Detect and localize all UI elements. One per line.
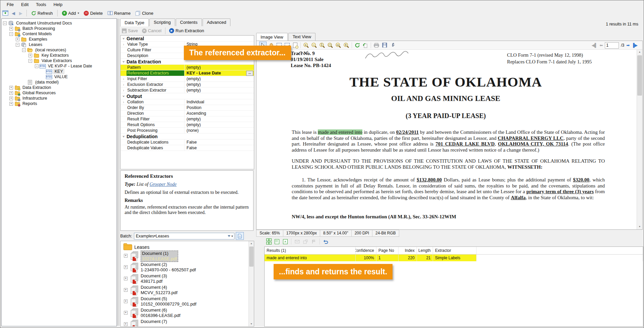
expand-icon[interactable]: + bbox=[9, 91, 13, 95]
ocr-icon[interactable]: A bbox=[282, 238, 289, 245]
zoom-actual-icon[interactable]: 1 bbox=[318, 42, 326, 49]
cancel-button[interactable]: ✕Cancel bbox=[140, 28, 163, 34]
tree-item[interactable]: −Consultant Unstructured Docs bbox=[3, 20, 117, 26]
chevron-right-icon[interactable]: › bbox=[121, 83, 127, 87]
property-value[interactable]: (empty) bbox=[184, 65, 254, 70]
tree-item[interactable]: +Data Extraction bbox=[3, 85, 117, 90]
property-value[interactable]: KEY - Lease Date... bbox=[184, 70, 254, 76]
tree-item[interactable]: −0721VE KVP-F - Lease Date bbox=[3, 63, 117, 69]
forward-button[interactable]: ▶ bbox=[18, 11, 24, 16]
expand-icon[interactable]: + bbox=[9, 27, 13, 31]
tools-icon[interactable] bbox=[389, 42, 396, 49]
zoom-width-icon[interactable]: ↔ bbox=[335, 42, 342, 49]
scroll-down-arrow[interactable]: ▼ bbox=[249, 322, 254, 326]
property-value[interactable]: (empty) bbox=[184, 82, 254, 87]
tab-image-view[interactable]: Image View bbox=[256, 33, 288, 41]
tree-item[interactable]: −Leases bbox=[3, 42, 117, 47]
open-batch-button[interactable] bbox=[236, 232, 244, 240]
property-row[interactable]: ›Input Filter(empty) bbox=[121, 76, 254, 82]
batch-document-item[interactable]: +Document (6)0016396-LEASE.pdf bbox=[121, 308, 254, 319]
batch-document-item[interactable]: +Document (5)10152_0000087279_001.pdf bbox=[121, 296, 254, 308]
chevron-right-icon[interactable]: › bbox=[121, 77, 127, 81]
next-page-button[interactable]: ➡ bbox=[626, 43, 630, 48]
tab-text-view[interactable]: Text View bbox=[288, 33, 315, 41]
property-value[interactable]: (none) bbox=[184, 128, 254, 133]
print-icon[interactable] bbox=[373, 42, 380, 49]
property-value[interactable]: Ascending bbox=[184, 111, 254, 116]
property-value[interactable]: (empty) bbox=[184, 88, 254, 93]
tree-item[interactable]: 0721VALUE bbox=[3, 74, 117, 79]
refresh-view-icon[interactable] bbox=[354, 42, 361, 49]
collapse-icon[interactable]: − bbox=[9, 32, 13, 36]
property-value[interactable]: Position bbox=[184, 105, 254, 110]
collapse-icon[interactable]: − bbox=[28, 59, 32, 63]
expand-icon[interactable]: + bbox=[9, 86, 13, 90]
batch-document-item[interactable]: +Document (2)1-234970-000 - 6052507.pdf bbox=[121, 262, 254, 273]
property-row[interactable]: Pattern(empty) bbox=[121, 65, 254, 70]
page-number-input[interactable] bbox=[605, 42, 619, 49]
tree-item[interactable]: 0721KEY bbox=[3, 69, 117, 74]
property-row[interactable]: ›Subtraction Extractor(empty) bbox=[121, 88, 254, 93]
save-button[interactable]: Save bbox=[120, 28, 140, 34]
scroll-thumb[interactable] bbox=[637, 55, 642, 96]
tab-scripting[interactable]: Scripting bbox=[149, 18, 175, 26]
property-section[interactable]: vGeneral bbox=[121, 36, 254, 42]
save-image-icon[interactable] bbox=[381, 42, 388, 49]
regions-icon[interactable] bbox=[273, 238, 281, 245]
tree-item[interactable]: +Examples bbox=[3, 37, 117, 42]
collapse-icon[interactable]: − bbox=[3, 21, 7, 25]
chevron-right-icon[interactable]: › bbox=[121, 100, 127, 104]
chevron-right-icon[interactable]: › bbox=[121, 89, 127, 92]
undo-icon[interactable] bbox=[322, 238, 329, 245]
tree-item[interactable]: −Content Models bbox=[3, 31, 117, 37]
prev-page-button[interactable]: ⬅ bbox=[599, 43, 603, 48]
splitter[interactable] bbox=[117, 18, 118, 326]
zoom-height-icon[interactable]: ↕ bbox=[343, 42, 350, 49]
batch-document-item[interactable]: +Document (4)MCVV_512273.pdf bbox=[121, 285, 254, 296]
menu-help[interactable]: Help bbox=[50, 1, 66, 8]
expand-icon[interactable]: + bbox=[124, 299, 128, 303]
menu-edit[interactable]: Edit bbox=[17, 1, 32, 8]
expand-icon[interactable]: + bbox=[124, 254, 128, 258]
navigator-icon[interactable] bbox=[2, 9, 9, 17]
first-page-button[interactable]: ◀▌ bbox=[591, 43, 597, 48]
tree-item[interactable]: −Value Extractors bbox=[3, 58, 117, 63]
collapse-icon[interactable]: − bbox=[35, 64, 39, 68]
add-dropdown-caret[interactable]: ▾ bbox=[78, 11, 79, 15]
property-section[interactable]: vOutput bbox=[121, 93, 254, 99]
batch-document-item[interactable]: +Document (1)10274-LEASE.pdf bbox=[121, 251, 254, 262]
expand-icon[interactable]: + bbox=[124, 265, 128, 269]
batch-root-row[interactable]: Leases bbox=[123, 243, 149, 251]
thumbnails-icon[interactable] bbox=[265, 238, 272, 245]
expand-icon[interactable]: + bbox=[9, 102, 13, 106]
property-row[interactable]: DirectionAscending bbox=[121, 111, 254, 116]
tree-item[interactable]: (data model) bbox=[3, 79, 117, 85]
scroll-up-arrow[interactable]: ▲ bbox=[637, 50, 642, 55]
rotate-page-icon[interactable] bbox=[362, 42, 369, 49]
property-value[interactable]: False bbox=[184, 145, 254, 151]
splitter[interactable] bbox=[119, 18, 119, 326]
expand-icon[interactable]: + bbox=[124, 311, 128, 315]
filter-icon[interactable]: ▾ bbox=[228, 234, 233, 238]
tab-data-type[interactable]: Data Type bbox=[120, 18, 149, 26]
property-row[interactable]: Referenced ExtractorsKEY - Lease Date... bbox=[121, 70, 254, 76]
property-row[interactable]: Post Processing(none) bbox=[121, 128, 254, 133]
grooper-node-link[interactable]: Grooper Node bbox=[150, 182, 177, 187]
expand-icon[interactable]: + bbox=[124, 322, 128, 326]
tree-item[interactable]: +Key Extractors bbox=[3, 53, 117, 58]
property-value[interactable]: (empty) bbox=[184, 76, 254, 81]
scroll-up-arrow[interactable]: ▲ bbox=[249, 241, 254, 246]
expand-icon[interactable]: + bbox=[28, 54, 32, 57]
property-row[interactable]: ›Exclusion Extractor(empty) bbox=[121, 82, 254, 88]
last-page-button[interactable]: ▐▶ bbox=[632, 43, 638, 48]
property-section[interactable]: vDeduplication bbox=[121, 133, 254, 140]
expand-icon[interactable]: + bbox=[124, 277, 128, 280]
tree-item[interactable]: +Global Resources bbox=[3, 90, 117, 96]
tree-item[interactable]: +Batch Processing bbox=[3, 26, 117, 31]
property-row[interactable]: Order ByPosition bbox=[121, 105, 254, 111]
delete-button[interactable]: − Delete bbox=[82, 10, 104, 16]
refresh-button[interactable]: Refresh bbox=[29, 10, 55, 16]
clone-button[interactable]: Clone bbox=[134, 10, 155, 16]
batch-scrollbar[interactable]: ▲▼ bbox=[248, 241, 254, 326]
run-extraction-button[interactable]: ▶Run Extraction bbox=[167, 28, 206, 34]
